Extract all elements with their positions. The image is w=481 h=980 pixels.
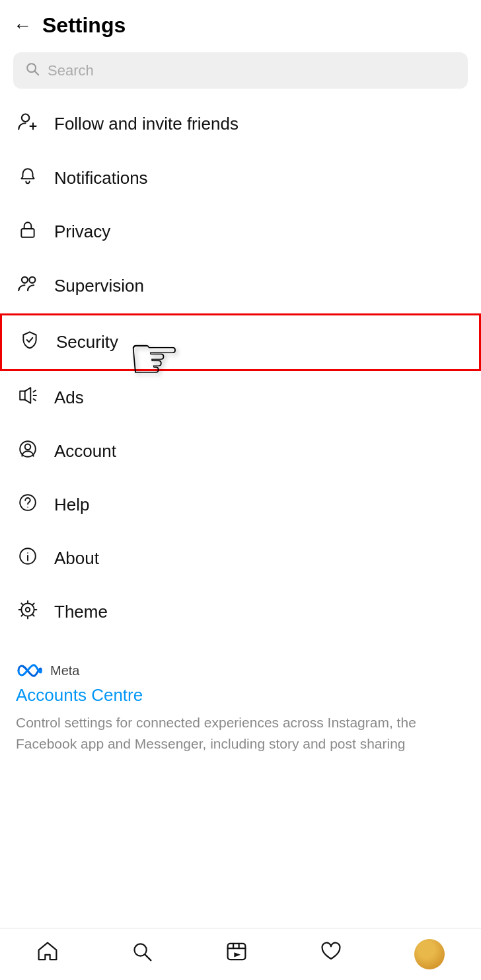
security-label: Security xyxy=(56,332,118,352)
header: ← Settings xyxy=(0,0,481,44)
nav-home-icon[interactable] xyxy=(36,940,59,968)
bottom-nav xyxy=(0,928,481,980)
svg-line-11 xyxy=(34,399,36,400)
follow-icon xyxy=(16,111,40,137)
svg-line-27 xyxy=(33,615,34,616)
menu-item-account[interactable]: Account xyxy=(0,425,481,478)
svg-point-16 xyxy=(27,507,28,508)
bell-icon xyxy=(16,166,40,190)
svg-line-1 xyxy=(35,71,38,75)
svg-rect-32 xyxy=(228,944,246,960)
search-bar[interactable]: Search xyxy=(13,52,468,89)
svg-marker-36 xyxy=(234,952,240,957)
svg-point-30 xyxy=(134,944,146,956)
account-icon xyxy=(16,439,40,464)
nav-reels-icon[interactable] xyxy=(225,940,248,968)
menu-item-notifications[interactable]: Notifications xyxy=(0,151,481,205)
svg-point-7 xyxy=(29,277,35,283)
search-icon xyxy=(25,61,40,79)
page-title: Settings xyxy=(42,13,126,38)
nav-search-icon[interactable] xyxy=(131,940,153,968)
meta-label: Meta xyxy=(50,663,79,678)
svg-line-9 xyxy=(34,391,36,392)
menu-item-ads[interactable]: Ads xyxy=(0,371,481,425)
about-label: About xyxy=(54,548,99,569)
meta-logo-icon xyxy=(16,663,44,678)
menu-item-about[interactable]: About xyxy=(0,532,481,585)
svg-line-28 xyxy=(33,603,34,604)
menu-item-security[interactable]: Security ☞ xyxy=(0,313,481,371)
supervision-label: Supervision xyxy=(54,276,144,296)
help-icon xyxy=(16,493,40,517)
meta-logo-row: Meta xyxy=(16,663,465,678)
svg-line-26 xyxy=(21,603,22,604)
accounts-centre-description: Control settings for connected experienc… xyxy=(16,712,465,754)
svg-point-2 xyxy=(22,114,29,122)
menu-item-privacy[interactable]: Privacy xyxy=(0,205,481,259)
supervision-icon xyxy=(16,273,40,299)
svg-point-19 xyxy=(27,552,28,553)
privacy-label: Privacy xyxy=(54,222,110,242)
svg-line-29 xyxy=(21,615,22,616)
svg-point-6 xyxy=(22,277,28,283)
svg-rect-5 xyxy=(21,229,34,237)
info-icon xyxy=(16,546,40,571)
menu-item-help[interactable]: Help xyxy=(0,478,481,532)
search-placeholder: Search xyxy=(48,62,94,79)
ads-label: Ads xyxy=(54,388,84,408)
search-container: Search xyxy=(0,44,481,97)
menu-item-follow-invite[interactable]: Follow and invite friends xyxy=(0,97,481,151)
shield-icon xyxy=(18,330,42,354)
accounts-centre-section: Meta Accounts Centre Control settings fo… xyxy=(0,644,481,767)
svg-point-20 xyxy=(21,603,34,616)
nav-heart-icon[interactable] xyxy=(320,940,342,968)
lock-icon xyxy=(16,220,40,244)
nav-avatar[interactable] xyxy=(414,939,445,969)
account-label: Account xyxy=(54,441,116,462)
ads-icon xyxy=(16,386,40,410)
theme-icon xyxy=(16,600,40,624)
menu-list: Follow and invite friends Notifications … xyxy=(0,97,481,639)
notifications-label: Notifications xyxy=(54,168,148,188)
svg-point-21 xyxy=(26,608,30,612)
menu-item-supervision[interactable]: Supervision xyxy=(0,259,481,313)
accounts-centre-title[interactable]: Accounts Centre xyxy=(16,685,465,706)
help-label: Help xyxy=(54,495,89,515)
back-button[interactable]: ← xyxy=(13,17,32,35)
menu-item-theme[interactable]: Theme xyxy=(0,585,481,639)
follow-invite-label: Follow and invite friends xyxy=(54,114,239,134)
svg-point-14 xyxy=(25,444,31,450)
theme-label: Theme xyxy=(54,602,108,622)
svg-line-31 xyxy=(145,955,151,961)
